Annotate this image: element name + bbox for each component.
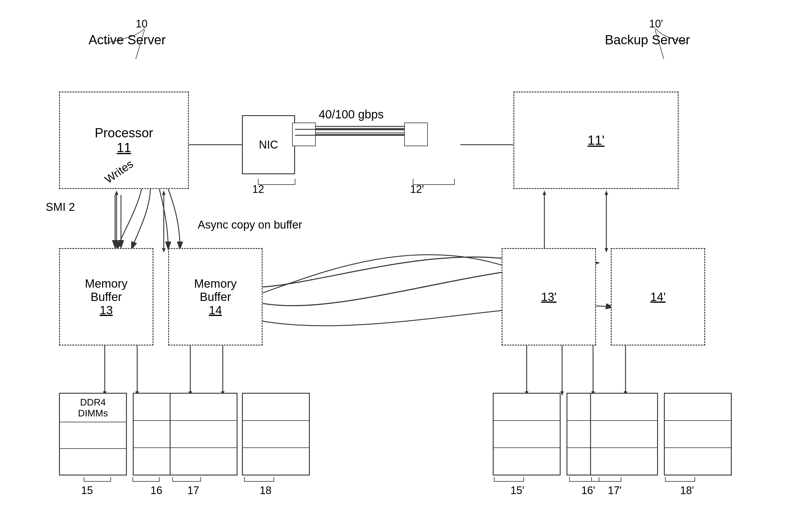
backup-server-ref: 10': [649, 18, 663, 30]
memory-buffer-13p-box: 13': [502, 248, 596, 346]
dimm-18-box: [242, 393, 310, 475]
dimm-17p-box: [590, 393, 658, 475]
processor-11-label: Processor 11: [95, 126, 153, 155]
nic-ref-label: 12: [252, 183, 264, 196]
ref-17p: 17': [608, 484, 622, 497]
async-label: Async copy on buffer: [198, 219, 302, 231]
nic-ref-label-p: 12': [410, 183, 424, 196]
svg-marker-13: [115, 191, 118, 195]
memory-buffer-13p-label: 13': [541, 290, 556, 304]
dimm-17-lines: [171, 394, 237, 475]
smi-label: SMI 2: [46, 201, 75, 213]
ref-17: 17: [187, 484, 199, 497]
ref-18: 18: [260, 484, 272, 497]
dimm-17-box: [170, 393, 237, 475]
dimm-15p-box: [493, 393, 561, 475]
ref-15p: 15': [510, 484, 524, 497]
svg-marker-16: [162, 191, 165, 195]
speed-label: 40/100 gbps: [319, 108, 383, 121]
ref-16p: 16': [581, 484, 595, 497]
ref-16: 16: [150, 484, 162, 497]
nic-inner-left: [292, 123, 316, 146]
memory-buffer-14-box: MemoryBuffer 14: [168, 248, 263, 346]
memory-buffer-14p-box: 14': [611, 248, 705, 346]
active-server-ref: 10: [136, 18, 147, 30]
memory-buffer-14p-label: 14': [650, 290, 666, 304]
dimm-15-lines: DDR4DIMMs: [60, 394, 126, 475]
memory-buffer-13-box: MemoryBuffer 13: [59, 248, 154, 346]
active-server-label: Active Server: [88, 32, 166, 47]
ref-15: 15: [81, 484, 93, 497]
svg-marker-34: [605, 191, 608, 195]
dimm-18p-lines: [665, 394, 731, 475]
diagram: 10 Active Server 10' Backup Server Proce…: [0, 0, 812, 531]
ref-18p: 18': [680, 484, 694, 497]
nic-box-left: NIC: [242, 115, 295, 174]
dimm-18p-box: [664, 393, 732, 475]
memory-buffer-13-label: MemoryBuffer 13: [85, 277, 128, 317]
backup-server-label: Backup Server: [605, 32, 690, 47]
svg-marker-35: [605, 248, 608, 252]
dimm-15p-lines: [494, 394, 560, 475]
dimm-18-lines: [243, 394, 309, 475]
svg-marker-41: [560, 391, 564, 396]
dimm-17p-lines: [591, 394, 657, 475]
svg-marker-31: [542, 191, 546, 195]
svg-marker-17: [162, 248, 165, 252]
processor-11p-box: 11': [513, 92, 679, 189]
nic-inner-right: [404, 123, 428, 146]
nic-label: NIC: [259, 139, 278, 151]
dimm-15-box: DDR4DIMMs: [59, 393, 127, 475]
memory-buffer-14-label: MemoryBuffer 14: [194, 277, 237, 317]
processor-11p-label: 11': [588, 133, 604, 148]
